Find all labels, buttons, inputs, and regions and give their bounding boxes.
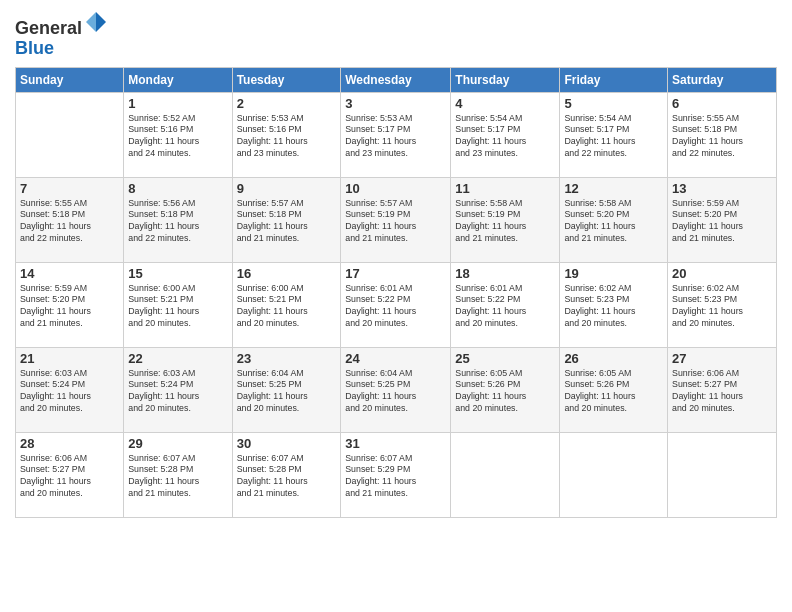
logo-text: General Blue <box>15 10 108 59</box>
day-info: Sunrise: 5:58 AM Sunset: 5:19 PM Dayligh… <box>455 198 555 246</box>
day-number: 1 <box>128 96 227 111</box>
day-info: Sunrise: 6:01 AM Sunset: 5:22 PM Dayligh… <box>345 283 446 331</box>
calendar-cell: 3Sunrise: 5:53 AM Sunset: 5:17 PM Daylig… <box>341 92 451 177</box>
day-info: Sunrise: 6:02 AM Sunset: 5:23 PM Dayligh… <box>564 283 663 331</box>
calendar-cell: 23Sunrise: 6:04 AM Sunset: 5:25 PM Dayli… <box>232 347 341 432</box>
day-number: 7 <box>20 181 119 196</box>
day-number: 21 <box>20 351 119 366</box>
day-number: 13 <box>672 181 772 196</box>
day-number: 16 <box>237 266 337 281</box>
calendar-week-row: 21Sunrise: 6:03 AM Sunset: 5:24 PM Dayli… <box>16 347 777 432</box>
calendar-cell: 27Sunrise: 6:06 AM Sunset: 5:27 PM Dayli… <box>668 347 777 432</box>
calendar-cell <box>560 432 668 517</box>
day-info: Sunrise: 5:53 AM Sunset: 5:16 PM Dayligh… <box>237 113 337 161</box>
day-info: Sunrise: 6:00 AM Sunset: 5:21 PM Dayligh… <box>237 283 337 331</box>
col-header-thursday: Thursday <box>451 67 560 92</box>
day-info: Sunrise: 5:54 AM Sunset: 5:17 PM Dayligh… <box>455 113 555 161</box>
day-info: Sunrise: 5:57 AM Sunset: 5:18 PM Dayligh… <box>237 198 337 246</box>
day-info: Sunrise: 5:59 AM Sunset: 5:20 PM Dayligh… <box>672 198 772 246</box>
logo-blue: Blue <box>15 38 54 58</box>
logo: General Blue <box>15 10 108 59</box>
calendar-cell: 15Sunrise: 6:00 AM Sunset: 5:21 PM Dayli… <box>124 262 232 347</box>
day-number: 24 <box>345 351 446 366</box>
calendar-cell: 24Sunrise: 6:04 AM Sunset: 5:25 PM Dayli… <box>341 347 451 432</box>
day-number: 27 <box>672 351 772 366</box>
col-header-tuesday: Tuesday <box>232 67 341 92</box>
day-number: 26 <box>564 351 663 366</box>
day-info: Sunrise: 6:01 AM Sunset: 5:22 PM Dayligh… <box>455 283 555 331</box>
day-info: Sunrise: 6:04 AM Sunset: 5:25 PM Dayligh… <box>345 368 446 416</box>
calendar-cell: 1Sunrise: 5:52 AM Sunset: 5:16 PM Daylig… <box>124 92 232 177</box>
day-number: 30 <box>237 436 337 451</box>
day-number: 15 <box>128 266 227 281</box>
day-number: 18 <box>455 266 555 281</box>
day-info: Sunrise: 5:54 AM Sunset: 5:17 PM Dayligh… <box>564 113 663 161</box>
calendar-cell <box>668 432 777 517</box>
day-info: Sunrise: 6:07 AM Sunset: 5:28 PM Dayligh… <box>237 453 337 501</box>
svg-marker-1 <box>86 12 96 32</box>
calendar-cell: 30Sunrise: 6:07 AM Sunset: 5:28 PM Dayli… <box>232 432 341 517</box>
calendar-cell: 20Sunrise: 6:02 AM Sunset: 5:23 PM Dayli… <box>668 262 777 347</box>
page: General Blue SundayMondayTuesdayWednesda… <box>0 0 792 612</box>
calendar-cell <box>16 92 124 177</box>
day-number: 2 <box>237 96 337 111</box>
calendar-cell: 5Sunrise: 5:54 AM Sunset: 5:17 PM Daylig… <box>560 92 668 177</box>
day-info: Sunrise: 6:03 AM Sunset: 5:24 PM Dayligh… <box>20 368 119 416</box>
logo-icon <box>84 10 108 34</box>
calendar-week-row: 14Sunrise: 5:59 AM Sunset: 5:20 PM Dayli… <box>16 262 777 347</box>
calendar-cell: 26Sunrise: 6:05 AM Sunset: 5:26 PM Dayli… <box>560 347 668 432</box>
day-number: 23 <box>237 351 337 366</box>
day-number: 20 <box>672 266 772 281</box>
day-info: Sunrise: 6:03 AM Sunset: 5:24 PM Dayligh… <box>128 368 227 416</box>
day-number: 28 <box>20 436 119 451</box>
calendar-cell: 25Sunrise: 6:05 AM Sunset: 5:26 PM Dayli… <box>451 347 560 432</box>
day-number: 25 <box>455 351 555 366</box>
calendar-cell: 12Sunrise: 5:58 AM Sunset: 5:20 PM Dayli… <box>560 177 668 262</box>
svg-marker-0 <box>96 12 106 32</box>
header: General Blue <box>15 10 777 59</box>
day-number: 5 <box>564 96 663 111</box>
day-info: Sunrise: 5:52 AM Sunset: 5:16 PM Dayligh… <box>128 113 227 161</box>
day-info: Sunrise: 6:07 AM Sunset: 5:29 PM Dayligh… <box>345 453 446 501</box>
calendar-cell: 17Sunrise: 6:01 AM Sunset: 5:22 PM Dayli… <box>341 262 451 347</box>
calendar-cell: 10Sunrise: 5:57 AM Sunset: 5:19 PM Dayli… <box>341 177 451 262</box>
day-info: Sunrise: 6:04 AM Sunset: 5:25 PM Dayligh… <box>237 368 337 416</box>
day-info: Sunrise: 6:05 AM Sunset: 5:26 PM Dayligh… <box>455 368 555 416</box>
day-info: Sunrise: 5:59 AM Sunset: 5:20 PM Dayligh… <box>20 283 119 331</box>
col-header-monday: Monday <box>124 67 232 92</box>
day-info: Sunrise: 6:07 AM Sunset: 5:28 PM Dayligh… <box>128 453 227 501</box>
calendar-cell: 29Sunrise: 6:07 AM Sunset: 5:28 PM Dayli… <box>124 432 232 517</box>
day-info: Sunrise: 5:53 AM Sunset: 5:17 PM Dayligh… <box>345 113 446 161</box>
calendar-cell: 22Sunrise: 6:03 AM Sunset: 5:24 PM Dayli… <box>124 347 232 432</box>
day-info: Sunrise: 6:06 AM Sunset: 5:27 PM Dayligh… <box>20 453 119 501</box>
day-number: 9 <box>237 181 337 196</box>
day-info: Sunrise: 6:02 AM Sunset: 5:23 PM Dayligh… <box>672 283 772 331</box>
day-info: Sunrise: 5:56 AM Sunset: 5:18 PM Dayligh… <box>128 198 227 246</box>
day-number: 6 <box>672 96 772 111</box>
col-header-wednesday: Wednesday <box>341 67 451 92</box>
day-number: 17 <box>345 266 446 281</box>
day-info: Sunrise: 5:55 AM Sunset: 5:18 PM Dayligh… <box>20 198 119 246</box>
calendar-cell: 9Sunrise: 5:57 AM Sunset: 5:18 PM Daylig… <box>232 177 341 262</box>
calendar-cell <box>451 432 560 517</box>
calendar-header-row: SundayMondayTuesdayWednesdayThursdayFrid… <box>16 67 777 92</box>
calendar-cell: 16Sunrise: 6:00 AM Sunset: 5:21 PM Dayli… <box>232 262 341 347</box>
calendar-cell: 21Sunrise: 6:03 AM Sunset: 5:24 PM Dayli… <box>16 347 124 432</box>
calendar-week-row: 28Sunrise: 6:06 AM Sunset: 5:27 PM Dayli… <box>16 432 777 517</box>
day-number: 10 <box>345 181 446 196</box>
calendar-cell: 7Sunrise: 5:55 AM Sunset: 5:18 PM Daylig… <box>16 177 124 262</box>
calendar-cell: 2Sunrise: 5:53 AM Sunset: 5:16 PM Daylig… <box>232 92 341 177</box>
calendar-cell: 14Sunrise: 5:59 AM Sunset: 5:20 PM Dayli… <box>16 262 124 347</box>
day-info: Sunrise: 6:00 AM Sunset: 5:21 PM Dayligh… <box>128 283 227 331</box>
col-header-friday: Friday <box>560 67 668 92</box>
calendar-cell: 19Sunrise: 6:02 AM Sunset: 5:23 PM Dayli… <box>560 262 668 347</box>
calendar-cell: 11Sunrise: 5:58 AM Sunset: 5:19 PM Dayli… <box>451 177 560 262</box>
calendar-cell: 31Sunrise: 6:07 AM Sunset: 5:29 PM Dayli… <box>341 432 451 517</box>
day-info: Sunrise: 5:55 AM Sunset: 5:18 PM Dayligh… <box>672 113 772 161</box>
day-number: 4 <box>455 96 555 111</box>
day-info: Sunrise: 5:58 AM Sunset: 5:20 PM Dayligh… <box>564 198 663 246</box>
day-info: Sunrise: 6:06 AM Sunset: 5:27 PM Dayligh… <box>672 368 772 416</box>
day-number: 11 <box>455 181 555 196</box>
day-number: 31 <box>345 436 446 451</box>
col-header-sunday: Sunday <box>16 67 124 92</box>
